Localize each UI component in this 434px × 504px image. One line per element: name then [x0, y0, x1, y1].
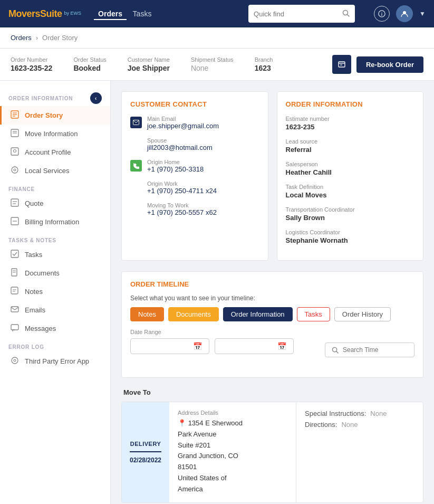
spouse-field: Spouse jill2003@hotmail.com	[147, 137, 213, 151]
sidebar-item-label-local-services: Local Services	[25, 167, 70, 175]
sidebar-item-order-story[interactable]: Order Story	[0, 106, 110, 125]
rebook-order-button[interactable]: Re-book Order	[356, 56, 423, 73]
origin-work-row: Origin Work +1 (970) 250-4711 x24	[130, 180, 259, 195]
phone-icon	[130, 160, 142, 172]
info-icon[interactable]: i	[374, 6, 390, 22]
breadcrumb-orders-link[interactable]: Orders	[11, 34, 32, 42]
search-icon	[342, 9, 350, 18]
sidebar-item-billing-information[interactable]: Billing Information	[0, 213, 110, 231]
date-to-input[interactable]: 📅	[215, 338, 294, 354]
order-meta-bar: Order Number 1623-235-22 Order Status Bo…	[0, 49, 434, 81]
main-email-field: Main Email joe.shipper@gmail.com	[147, 116, 219, 130]
date-to-field[interactable]	[220, 343, 273, 350]
order-status-value: Booked	[73, 64, 106, 72]
error-log-section-label: ERROR LOG	[0, 338, 110, 352]
shipment-status-field: Shipment Status None	[191, 56, 234, 72]
spouse-row: Spouse jill2003@hotmail.com	[130, 137, 259, 151]
logo-sub: by EWS	[64, 11, 82, 16]
breadcrumb: Orders › Order Story	[0, 27, 434, 49]
search-time-input[interactable]	[325, 343, 414, 357]
estimate-number-label: Estimate number	[286, 116, 415, 122]
sidebar-item-emails[interactable]: Emails	[0, 301, 110, 319]
moving-to-work-value: +1 (970) 250-5557 x62	[147, 208, 217, 216]
search-time-field[interactable]	[343, 346, 406, 354]
branch-label: Branch	[255, 56, 273, 63]
sidebar-item-quote[interactable]: Quote	[0, 194, 110, 213]
filter-tasks-button[interactable]: Tasks	[297, 307, 330, 321]
user-avatar[interactable]	[396, 5, 413, 22]
filter-notes-button[interactable]: Notes	[130, 307, 164, 321]
timeline-panel: ORDER TIMELINE Select what you want to s…	[121, 271, 423, 378]
svg-line-37	[336, 351, 338, 353]
meta-actions: Re-book Order	[332, 55, 423, 74]
emails-icon	[10, 305, 20, 315]
directions-row: Directions: None	[305, 421, 414, 429]
transportation-coordinator-field: Transportation Coordinator Sally Brown	[286, 206, 415, 222]
quick-find-search[interactable]	[248, 5, 355, 23]
customer-contact-panel: CUSTOMER CONTACT Main Email joe.shipper@…	[121, 91, 268, 261]
address-pin-icon: 📍	[178, 419, 186, 427]
sidebar-item-tasks[interactable]: Tasks	[0, 245, 110, 264]
timeline-select-label: Select what you want to see in your time…	[130, 294, 414, 302]
edit-icon-button[interactable]	[332, 55, 351, 74]
estimate-number-field: Estimate number 1623-235	[286, 116, 415, 131]
main-email-value: joe.shipper@gmail.com	[147, 122, 219, 130]
delivery-label-block: DELIVERY 02/28/2022	[122, 402, 169, 502]
spouse-value: jill2003@hotmail.com	[147, 144, 213, 151]
date-from-field[interactable]	[136, 343, 189, 350]
filter-order-information-button[interactable]: Order Information	[223, 307, 293, 321]
move-information-icon	[10, 129, 20, 139]
order-information-title: ORDER INFORMATION	[286, 100, 415, 108]
chevron-down-icon[interactable]: ▼	[419, 10, 426, 17]
order-number-label: Order Number	[11, 56, 52, 63]
delivery-address-text: 📍 1354 E Sherwood Park Avenue Suite #201…	[178, 418, 287, 495]
move-to-label: Move To	[121, 388, 423, 396]
delivery-date: 02/28/2022	[130, 457, 161, 464]
svg-point-34	[14, 359, 16, 362]
search-input[interactable]	[254, 10, 338, 18]
sidebar-item-label-billing-information: Billing Information	[25, 218, 79, 226]
sidebar-item-third-party-error-app[interactable]: Third Party Error App	[0, 352, 110, 370]
sidebar-item-local-services[interactable]: Local Services	[0, 161, 110, 180]
origin-home-row: Origin Home +1 (970) 250-3318	[130, 159, 259, 173]
customer-name-value: Joe Shipper	[128, 64, 170, 72]
date-range-inputs: 📅 📅	[130, 338, 294, 354]
lead-source-label: Lead source	[286, 138, 415, 145]
delivery-section: Move To DELIVERY 02/28/2022 Address Deta…	[111, 388, 434, 504]
origin-work-value: +1 (970) 250-4711 x24	[147, 187, 217, 195]
logistics-coordinator-value: Stephanie Wornath	[286, 236, 415, 244]
svg-rect-24	[11, 250, 18, 258]
calendar-from-icon[interactable]: 📅	[193, 342, 202, 350]
directions-label: Directions:	[305, 421, 337, 429]
filter-documents-button[interactable]: Documents	[168, 307, 219, 321]
filter-order-history-button[interactable]: Order History	[334, 307, 391, 321]
svg-point-17	[12, 167, 18, 173]
order-story-icon	[10, 110, 20, 120]
task-definition-field: Task Definition Local Moves	[286, 184, 415, 199]
header-icons: i ▼	[374, 5, 426, 22]
directions-value: None	[341, 421, 358, 429]
date-from-input[interactable]: 📅	[130, 338, 209, 354]
nav-tasks[interactable]: Tasks	[129, 9, 156, 18]
delivery-special-block: Special Instructions: None Directions: N…	[296, 402, 423, 502]
sidebar-item-notes[interactable]: Notes	[0, 282, 110, 301]
delivery-type: DELIVERY	[130, 441, 161, 447]
sidebar: ORDER INFORMATION ‹ Order Story Move Inf…	[0, 81, 111, 504]
branch-value: 1623	[255, 64, 273, 72]
sidebar-item-move-information[interactable]: Move Information	[0, 125, 110, 143]
svg-rect-31	[11, 307, 18, 312]
sidebar-item-account-profile[interactable]: Account Profile	[0, 143, 110, 161]
sidebar-item-documents[interactable]: Documents	[0, 264, 110, 282]
nav-orders[interactable]: Orders	[94, 9, 127, 20]
moving-to-work-field: Moving To Work +1 (970) 250-5557 x62	[147, 202, 217, 216]
logistics-coordinator-label: Logistics Coordinator	[286, 229, 415, 235]
sidebar-item-messages[interactable]: Messages	[0, 319, 110, 338]
calendar-to-icon[interactable]: 📅	[277, 342, 286, 350]
shipment-status-label: Shipment Status	[191, 56, 234, 63]
shipment-status-value: None	[191, 64, 234, 72]
task-definition-label: Task Definition	[286, 184, 415, 190]
origin-home-value: +1 (970) 250-3318	[147, 165, 204, 173]
task-definition-value: Local Moves	[286, 191, 415, 199]
sidebar-collapse-button[interactable]: ‹	[90, 92, 102, 104]
email-icon	[130, 117, 142, 128]
